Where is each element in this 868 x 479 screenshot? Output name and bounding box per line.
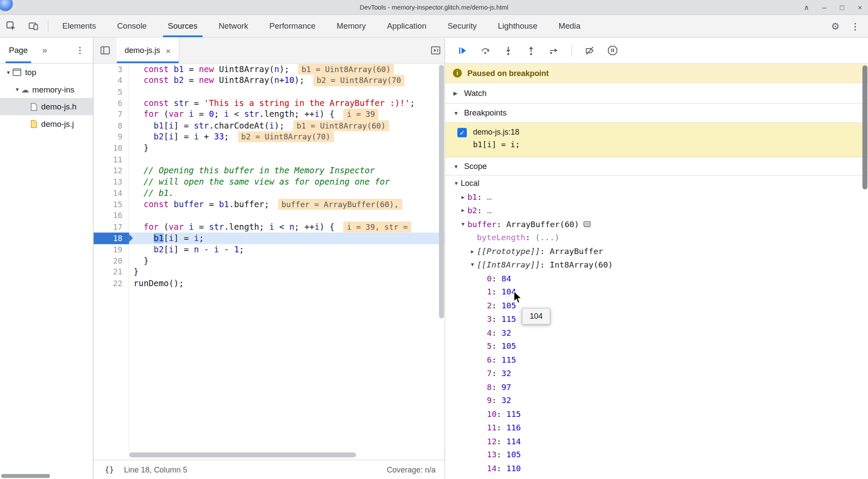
tab-console[interactable]: Console <box>106 15 157 37</box>
code-line-18[interactable]: 18 b1[i] = i; <box>93 233 445 244</box>
scope-row[interactable]: ▶[[Prototype]]: ArrayBuffer <box>445 244 868 258</box>
line-number[interactable]: 12 <box>93 165 129 176</box>
tree-item-demo-js-h[interactable]: demo-js.h <box>0 98 93 116</box>
navigator-horizontal-scrollbar[interactable] <box>1 474 50 478</box>
scope-row[interactable]: 0: 84 <box>445 271 868 285</box>
editor-horizontal-scrollbar[interactable] <box>129 453 439 457</box>
tab-media[interactable]: Media <box>548 15 591 37</box>
editor-toolbar-right-icon[interactable] <box>430 38 445 63</box>
scope-row[interactable]: 1: 104 <box>445 285 868 299</box>
more-options-icon[interactable]: ⋮ <box>851 21 860 31</box>
code-text[interactable]: const b1 = new Uint8Array(n);b1 = Uint8A… <box>129 64 445 75</box>
code-line-7[interactable]: 7 for (var i = 0; i < str.length; ++i) {… <box>93 109 445 120</box>
code-text[interactable]: runDemo(); <box>129 278 445 289</box>
scrollbar-thumb[interactable] <box>862 65 868 189</box>
line-number[interactable]: 10 <box>93 142 129 154</box>
line-number[interactable]: 19 <box>93 244 129 255</box>
code-text[interactable]: for (var i = str.length; i < n; ++i) {i … <box>129 221 445 233</box>
line-number[interactable]: 11 <box>93 154 129 165</box>
scope-row[interactable]: 12: 114 <box>445 434 868 448</box>
tab-security[interactable]: Security <box>437 15 487 37</box>
maximize-button[interactable]: □ <box>838 0 847 15</box>
expand-arrow-icon[interactable]: ▶ <box>459 194 468 200</box>
tab-network[interactable]: Network <box>208 15 259 37</box>
tab-memory[interactable]: Memory <box>326 15 376 37</box>
scope-section-local[interactable]: ▼Local <box>445 177 868 190</box>
code-text[interactable]: const b2 = new Uint8Array(n+10);b2 = Uin… <box>129 75 445 86</box>
step-out-button[interactable] <box>521 42 541 59</box>
pretty-print-button[interactable]: {} <box>105 465 114 474</box>
scope-section-header[interactable]: ▼ Scope <box>445 157 868 175</box>
toggle-navigator-icon[interactable] <box>93 38 117 63</box>
scope-row[interactable]: ▶b2: … <box>445 204 868 217</box>
code-area[interactable]: 3 const b1 = new Uint8Array(n);b1 = Uint… <box>93 64 445 452</box>
code-line-9[interactable]: 9 b2[i] = i + 33;b2 = Uint8Array(70) <box>93 131 445 142</box>
code-text[interactable]: } <box>129 142 445 154</box>
line-number[interactable]: 20 <box>93 255 129 267</box>
code-line-14[interactable]: 14 // b1. <box>93 188 445 199</box>
minimize-button[interactable]: – <box>820 0 829 15</box>
line-number[interactable]: 22 <box>93 278 129 289</box>
scope-row[interactable]: 5: 105 <box>445 340 868 353</box>
code-text[interactable] <box>129 86 445 98</box>
line-number[interactable]: 18 <box>93 233 129 244</box>
code-text[interactable]: for (var i = 0; i < str.length; ++i) {i … <box>129 109 445 120</box>
code-text[interactable]: } <box>129 267 445 278</box>
code-line-17[interactable]: 17 for (var i = str.length; i < n; ++i) … <box>93 221 445 233</box>
code-line-21[interactable]: 21} <box>93 267 445 278</box>
deactivate-breakpoints-button[interactable] <box>581 42 600 59</box>
line-number[interactable]: 14 <box>93 188 129 199</box>
code-line-3[interactable]: 3 const b1 = new Uint8Array(n);b1 = Uint… <box>93 64 445 75</box>
code-line-22[interactable]: 22runDemo(); <box>93 278 445 289</box>
breakpoints-section-header[interactable]: ▼ Breakpoints <box>445 103 868 123</box>
line-number[interactable]: 9 <box>93 131 129 142</box>
scope-row[interactable]: 4: 32 <box>445 326 868 339</box>
scope-row[interactable]: 3: 115 <box>445 312 868 326</box>
navigator-menu-icon[interactable]: ⋮ <box>76 46 84 56</box>
code-line-15[interactable]: 15 const buffer = b1.buffer;buffer = Arr… <box>93 199 445 210</box>
code-text[interactable]: const buffer = b1.buffer;buffer = ArrayB… <box>129 199 445 210</box>
tab-elements[interactable]: Elements <box>52 15 106 37</box>
scope-row[interactable]: 9: 32 <box>445 394 868 407</box>
editor-tab-demo-js[interactable]: demo-js.js × <box>117 38 179 63</box>
scope-row[interactable]: ▶b1: … <box>445 190 868 204</box>
expand-arrow-icon[interactable]: ▶ <box>468 248 477 254</box>
resume-button[interactable] <box>453 42 472 59</box>
step-over-button[interactable] <box>476 42 495 59</box>
code-line-19[interactable]: 19 b2[i] = n - i - 1; <box>93 244 445 255</box>
code-line-16[interactable]: 16 <box>93 210 445 221</box>
line-number[interactable]: 15 <box>93 199 129 210</box>
scope-row[interactable]: byteLength: (...) <box>445 231 868 244</box>
code-line-11[interactable]: 11 <box>93 154 445 165</box>
property-value[interactable]: (...) <box>535 233 559 242</box>
scope-row[interactable]: 10: 115 <box>445 407 868 421</box>
line-number[interactable]: 6 <box>93 97 129 109</box>
line-number[interactable]: 7 <box>93 109 129 120</box>
memory-inspector-icon[interactable] <box>582 220 591 228</box>
line-number[interactable]: 3 <box>93 64 129 75</box>
line-number[interactable]: 8 <box>93 120 129 131</box>
scrollbar-thumb[interactable] <box>129 453 356 457</box>
code-text[interactable]: const str = 'This is a string in the Arr… <box>129 97 445 109</box>
scope-row[interactable]: 8: 97 <box>445 380 868 393</box>
breakpoint-entry[interactable]: ✓ demo-js.js:18 b1[i] = i; <box>445 123 868 157</box>
code-text[interactable]: } <box>129 255 445 267</box>
scope-row[interactable]: 14: 110 <box>445 462 868 475</box>
watch-section-header[interactable]: ▶ Watch <box>445 83 868 103</box>
line-number[interactable]: 13 <box>93 176 129 188</box>
pause-on-exceptions-button[interactable] <box>603 42 622 59</box>
code-line-12[interactable]: 12 // Opening this buffer in the Memory … <box>93 165 445 176</box>
scope-row[interactable]: 2: 105 <box>445 299 868 312</box>
code-text[interactable]: b1[i] = i; <box>129 233 445 244</box>
line-number[interactable]: 17 <box>93 221 129 233</box>
scope-row[interactable]: 6: 115 <box>445 353 868 367</box>
tab-application[interactable]: Application <box>376 15 437 37</box>
tree-item-demo-js-j[interactable]: demo-js.j <box>0 115 93 132</box>
code-text[interactable] <box>129 210 445 221</box>
scope-row[interactable]: ▼[[Int8Array]]: Int8Array(60) <box>445 258 868 271</box>
code-line-8[interactable]: 8 b1[i] = str.charCodeAt(i);b1 = Uint8Ar… <box>93 120 445 131</box>
close-button[interactable]: × <box>855 0 865 15</box>
scope-row[interactable]: 7: 32 <box>445 367 868 380</box>
scope-row[interactable]: 13: 105 <box>445 448 868 462</box>
line-number[interactable]: 21 <box>93 267 129 278</box>
